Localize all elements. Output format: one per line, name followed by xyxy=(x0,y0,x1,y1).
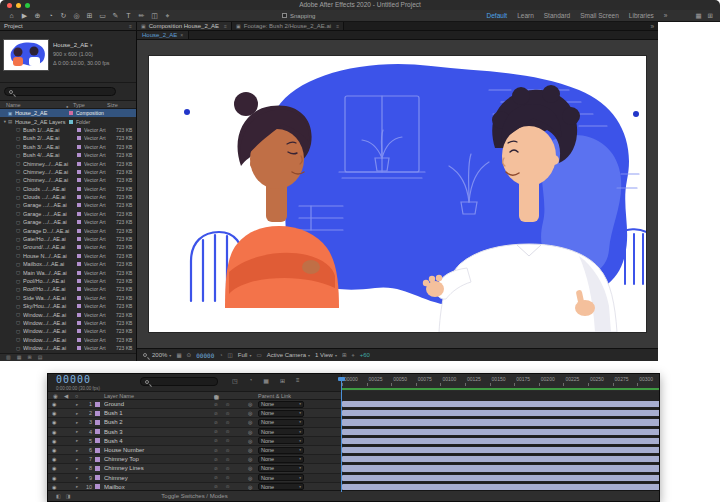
panel-menu-icon[interactable]: ≡ xyxy=(224,23,227,29)
channels-icon[interactable]: ◫ xyxy=(228,349,233,361)
project-item-row[interactable]: ▢Pool/Ho.../..AE.aiVector Art723 KB xyxy=(0,277,136,285)
snapping-checkbox[interactable] xyxy=(282,13,287,18)
parent-pickwhip-icon[interactable]: ◎ xyxy=(248,484,258,490)
magnification-icon[interactable] xyxy=(143,353,147,357)
parent-pickwhip-icon[interactable]: ◎ xyxy=(248,438,258,444)
project-item-row[interactable]: ▢Sky/Hou.../..AE.aiVector Art723 KB xyxy=(0,302,136,310)
label-color-chip[interactable] xyxy=(77,220,81,224)
current-time-display[interactable]: 00000 xyxy=(56,374,91,385)
project-item-row[interactable]: ▢Side Wa.../..AE.aiVector Art723 KB xyxy=(0,294,136,302)
layer-duration-bar[interactable] xyxy=(342,475,660,481)
layer-label-chip[interactable] xyxy=(95,402,100,407)
layer-disclosure-icon[interactable]: ▸ xyxy=(76,475,83,480)
layer-name[interactable]: Mailbox xyxy=(104,484,214,490)
timeline-layer-row[interactable]: ◉▸5Bush 4⊘⊙◎None▾ xyxy=(48,437,660,446)
parent-link-select[interactable]: None▾ xyxy=(258,437,304,444)
close-icon[interactable]: × xyxy=(180,32,183,38)
graph-editor-icon[interactable]: ≡ xyxy=(296,377,300,384)
layer-visibility-eye-icon[interactable]: ◉ xyxy=(52,447,60,453)
project-item-row[interactable]: ▢Bush 3/...AE.aiVector Art723 KB xyxy=(0,143,136,151)
project-item-row[interactable]: ▢Window.../...AE.aiVector Art723 KB xyxy=(0,327,136,335)
puppet-pin-tool-icon[interactable]: ⌖ xyxy=(161,10,174,21)
label-color-chip[interactable] xyxy=(77,212,81,216)
column-size[interactable]: Size xyxy=(107,102,118,108)
layer-track-lane[interactable] xyxy=(341,400,660,408)
layer-switches-icons[interactable]: ⊘⊙ xyxy=(214,402,248,407)
layer-visibility-eye-icon[interactable]: ◉ xyxy=(52,456,60,462)
viewer-tab[interactable]: House_2_AE × xyxy=(137,31,189,39)
layer-label-chip[interactable] xyxy=(95,484,100,489)
mask-visibility-icon[interactable]: ⊙ xyxy=(187,349,192,361)
label-color-chip[interactable] xyxy=(77,287,81,291)
parent-link-select[interactable]: None▾ xyxy=(258,428,304,435)
solo-column-icon[interactable]: ○ xyxy=(75,393,78,399)
layer-disclosure-icon[interactable]: ▸ xyxy=(76,411,83,416)
label-color-chip[interactable] xyxy=(77,296,81,300)
parent-pickwhip-icon[interactable]: ◎ xyxy=(248,401,258,407)
timeline-layer-row[interactable]: ◉▸4Bush 3⊘⊙◎None▾ xyxy=(48,428,660,437)
layer-visibility-eye-icon[interactable]: ◉ xyxy=(52,419,60,425)
layer-disclosure-icon[interactable]: ▸ xyxy=(76,438,83,443)
layer-visibility-eye-icon[interactable]: ◉ xyxy=(52,410,60,416)
layer-duration-bar[interactable] xyxy=(342,429,660,435)
preview-comp-name[interactable]: House_2_AE xyxy=(53,42,88,48)
layer-duration-bar[interactable] xyxy=(342,484,660,490)
layer-duration-bar[interactable] xyxy=(342,410,660,416)
parent-pickwhip-icon[interactable]: ◎ xyxy=(248,429,258,435)
column-layer-name[interactable]: Layer Name xyxy=(104,393,134,399)
tab-project[interactable]: Project ≡ xyxy=(0,22,137,30)
home-icon[interactable]: ⌂ xyxy=(5,10,18,21)
label-color-chip[interactable] xyxy=(69,120,73,124)
zoom-tool-icon[interactable]: ◔ xyxy=(44,10,57,21)
layer-disclosure-icon[interactable]: ▸ xyxy=(76,457,83,462)
resolution-select[interactable]: Full▾ xyxy=(238,352,252,358)
label-color-chip[interactable] xyxy=(77,229,81,233)
workspace-standard[interactable]: Standard xyxy=(544,12,570,19)
shape-tool-icon[interactable]: ▭ xyxy=(96,10,109,21)
project-item-row[interactable]: ▢Garage .../...AE.aiVector Art723 KB xyxy=(0,201,136,209)
timeline-layer-row[interactable]: ◉▸1Ground⊘⊙◎None▾ xyxy=(48,400,660,409)
parent-pickwhip-icon[interactable]: ◎ xyxy=(248,419,258,425)
label-color-chip[interactable] xyxy=(77,346,81,350)
layer-switches-icons[interactable]: ⊘⊙ xyxy=(214,475,248,480)
pixel-aspect-icon[interactable]: ⊞ xyxy=(342,349,347,361)
layer-name[interactable]: Bush 2 xyxy=(104,419,214,425)
snapping-toggle[interactable]: Snapping xyxy=(282,13,315,19)
workspace-libraries[interactable]: Libraries xyxy=(629,12,654,19)
view-layout-select[interactable]: 1 View▾ xyxy=(315,352,337,358)
parent-link-select[interactable]: None▾ xyxy=(258,401,304,408)
pan-behind-tool-icon[interactable]: ⊞ xyxy=(83,10,96,21)
preview-timecode[interactable]: 00000 xyxy=(196,352,214,359)
label-color-chip[interactable] xyxy=(77,178,81,182)
app-grid-icon[interactable]: ⊞ xyxy=(708,12,713,20)
timeline-search-input[interactable] xyxy=(140,377,218,386)
camera-select[interactable]: Active Camera▾ xyxy=(267,352,310,358)
project-item-row[interactable]: ▢House N.../..AE.aiVector Art723 KB xyxy=(0,252,136,260)
layer-switches-icons[interactable]: ⊘⊙ xyxy=(214,457,248,462)
column-label-dot-icon[interactable]: ● xyxy=(66,104,68,109)
layer-label-chip[interactable] xyxy=(95,457,100,462)
label-color-chip[interactable] xyxy=(77,237,81,241)
layer-visibility-eye-icon[interactable]: ◉ xyxy=(52,465,60,471)
layer-name[interactable]: Chimney Lines xyxy=(104,465,214,471)
rotation-tool-icon[interactable]: ◎ xyxy=(70,10,83,21)
layer-switches-icons[interactable]: ⊘⊙ xyxy=(214,429,248,434)
audio-column-icon[interactable]: ◀ xyxy=(64,393,68,399)
timeline-layer-row[interactable]: ◉▸8Chimney Lines⊘⊙◎None▾ xyxy=(48,464,660,473)
panel-menu-icon[interactable]: ≡ xyxy=(129,23,132,29)
layer-duration-bar[interactable] xyxy=(342,419,660,425)
selection-tool-icon[interactable]: ▶ xyxy=(18,10,31,21)
workspace-small-screen[interactable]: Small Screen xyxy=(580,12,619,19)
column-parent-link[interactable]: Parent & Link xyxy=(258,393,291,399)
layer-switches-icons[interactable]: ⊘⊙ xyxy=(214,466,248,471)
video-column-icon[interactable]: ◉ xyxy=(53,393,58,399)
label-color-chip[interactable] xyxy=(77,195,81,199)
layer-track-lane[interactable] xyxy=(341,455,660,463)
column-type[interactable]: Type xyxy=(73,102,85,108)
project-footer-icon-2[interactable]: ⊞ xyxy=(27,354,31,361)
chevron-down-icon[interactable]: ▾ xyxy=(90,42,93,48)
layer-name[interactable]: Bush 1 xyxy=(104,410,214,416)
timeline-layer-row[interactable]: ◉▸9Chimney⊘⊙◎None▾ xyxy=(48,474,660,483)
project-item-row[interactable]: ▢Window.../...AE.aiVector Art723 KB xyxy=(0,319,136,327)
type-tool-icon[interactable]: T xyxy=(122,10,135,21)
